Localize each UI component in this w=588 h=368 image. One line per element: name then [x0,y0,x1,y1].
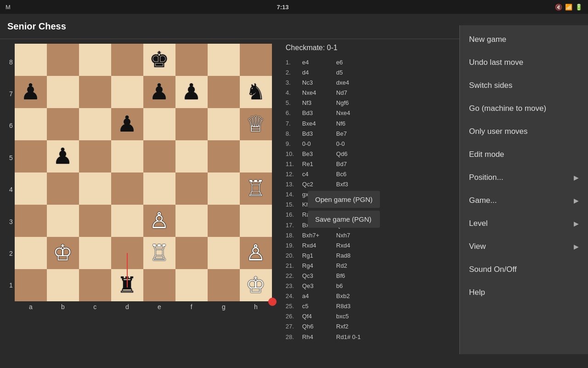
move-white-19[interactable]: Rxd4 [302,241,334,251]
square-e6[interactable] [143,108,175,140]
square-g3[interactable] [208,205,240,237]
move-black-3[interactable]: dxe4 [336,78,368,88]
square-c2[interactable] [79,237,111,269]
move-white-3[interactable]: Nc3 [302,78,334,88]
square-b5[interactable]: ♟ [47,140,79,172]
square-a3[interactable] [15,205,47,237]
move-black-2[interactable]: d5 [336,68,368,78]
square-e2[interactable]: ♖ [143,237,175,269]
open-pgn-button[interactable]: Open game (PGN) [308,191,380,208]
square-g8[interactable] [208,44,240,76]
move-black-13[interactable]: Bxf3 [336,179,368,190]
square-a6[interactable] [15,108,47,140]
square-g1[interactable] [208,269,240,301]
move-white-5[interactable]: Nf3 [302,98,334,108]
square-a5[interactable] [15,140,47,172]
menu-item-new-game[interactable]: New game [460,28,588,51]
square-g7[interactable] [208,76,240,108]
move-white-4[interactable]: Nxe4 [302,88,334,98]
menu-item-edit-mode[interactable]: Edit mode [460,143,588,166]
square-c6[interactable] [79,108,111,140]
square-a4[interactable] [15,172,47,205]
square-b4[interactable] [47,172,79,205]
square-c1[interactable] [79,269,111,301]
move-white-27[interactable]: Qh6 [302,322,334,332]
square-f7[interactable]: ♟ [175,76,208,108]
square-d3[interactable] [111,205,143,237]
menu-item-switch-sides[interactable]: Switch sides [460,74,588,97]
square-e4[interactable] [143,172,175,205]
square-f5[interactable] [175,140,208,172]
square-a8[interactable] [15,44,47,76]
square-g4[interactable] [208,172,240,205]
move-white-11[interactable]: Re1 [302,159,334,169]
square-c8[interactable] [79,44,111,76]
square-f4[interactable] [175,172,208,205]
square-b6[interactable] [47,108,79,140]
move-black-12[interactable]: Bc6 [336,169,368,179]
move-white-24[interactable]: a4 [302,291,334,301]
menu-item-game[interactable]: Game...▶ [460,189,588,212]
menu-item-level[interactable]: Level▶ [460,212,588,235]
square-a7[interactable]: ♟ [15,76,47,108]
save-pgn-button[interactable]: Save game (PGN) [308,211,380,228]
move-white-21[interactable]: Rg4 [302,261,334,271]
square-e1[interactable] [143,269,175,301]
move-white-7[interactable]: Bxe4 [302,119,334,129]
square-h7[interactable]: ♞ [240,76,272,108]
square-h5[interactable] [240,140,272,172]
move-black-11[interactable]: Bd7 [336,159,368,169]
move-black-25[interactable]: R8d3 [336,301,368,311]
menu-item-help[interactable]: Help [460,281,588,304]
move-black-1[interactable]: e6 [336,58,368,68]
square-h2[interactable]: ♙ [240,237,272,269]
square-d8[interactable] [111,44,143,76]
square-f3[interactable] [175,205,208,237]
square-b2[interactable]: ♔ [47,237,79,269]
move-black-8[interactable]: Be7 [336,129,368,139]
square-g5[interactable] [208,140,240,172]
move-white-28[interactable]: Rh4 [302,332,334,342]
move-white-10[interactable]: Be3 [302,149,334,159]
square-d4[interactable] [111,172,143,205]
square-e3[interactable]: ♙ [143,205,175,237]
menu-item-undo-last-move[interactable]: Undo last move [460,51,588,74]
square-d5[interactable] [111,140,143,172]
square-c5[interactable] [79,140,111,172]
square-a2[interactable] [15,237,47,269]
menu-item-position[interactable]: Position...▶ [460,166,588,189]
square-h8[interactable] [240,44,272,76]
menu-item-view[interactable]: View▶ [460,235,588,258]
move-white-2[interactable]: d4 [302,68,334,78]
move-white-9[interactable]: 0-0 [302,139,334,149]
menu-item-sound-onoff[interactable]: Sound On/Off [460,258,588,281]
move-black-4[interactable]: Nd7 [336,88,368,98]
move-white-23[interactable]: Qe3 [302,281,334,291]
move-black-10[interactable]: Qd6 [336,149,368,159]
square-g2[interactable] [208,237,240,269]
menu-item-go-machine-to-move[interactable]: Go (machine to move) [460,97,588,120]
move-black-18[interactable]: Nxh7 [336,230,368,241]
move-black-5[interactable]: Ngf6 [336,98,368,108]
square-d2[interactable] [111,237,143,269]
square-c4[interactable] [79,172,111,205]
square-f2[interactable] [175,237,208,269]
menu-item-only-user-moves[interactable]: Only user moves [460,120,588,143]
move-white-1[interactable]: e4 [302,58,334,68]
move-white-13[interactable]: Qc2 [302,179,334,190]
square-d7[interactable] [111,76,143,108]
square-f1[interactable] [175,269,208,301]
square-h3[interactable] [240,205,272,237]
square-e7[interactable]: ♟ [143,76,175,108]
move-black-7[interactable]: Nf6 [336,119,368,129]
square-f8[interactable] [175,44,208,76]
move-white-25[interactable]: c5 [302,301,334,311]
move-white-12[interactable]: c4 [302,169,334,179]
move-black-26[interactable]: bxc5 [336,311,368,322]
move-black-20[interactable]: Rad8 [336,251,368,261]
move-black-23[interactable]: b6 [336,281,368,291]
move-black-19[interactable]: Rxd4 [336,241,368,251]
move-white-18[interactable]: Bxh7+ [302,230,334,241]
square-f6[interactable] [175,108,208,140]
square-h1[interactable]: ♔ [240,269,272,301]
